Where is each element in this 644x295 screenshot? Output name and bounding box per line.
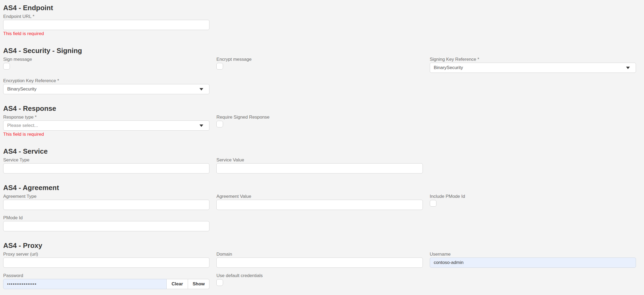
include-pmode-id-field: Include PMode Id — [430, 194, 636, 210]
endpoint-row: Endpoint URL * This field is required — [3, 14, 636, 36]
section-proxy-title: AS4 - Proxy — [3, 241, 636, 249]
section-endpoint-title: AS4 - Endpoint — [3, 4, 636, 12]
agreement-row-2: PMode Id — [3, 215, 636, 231]
service-type-label: Service Type — [3, 157, 209, 163]
response-type-error: This field is required — [3, 132, 209, 137]
chevron-down-icon — [200, 88, 203, 90]
proxy-server-field: Proxy server (url) — [3, 252, 209, 268]
password-input[interactable] — [3, 279, 167, 289]
username-input[interactable] — [430, 258, 636, 268]
domain-label: Domain — [216, 252, 423, 257]
agreement-row-1: Agreement Type Agreement Value Include P… — [3, 194, 636, 210]
password-label: Password — [3, 273, 209, 278]
agreement-type-field: Agreement Type — [3, 194, 209, 210]
chevron-down-icon — [626, 67, 630, 69]
use-default-credentials-label: Use default credentials — [216, 273, 423, 278]
section-service-title: AS4 - Service — [3, 147, 636, 155]
response-type-value: Please select... — [7, 123, 38, 128]
proxy-server-input[interactable] — [3, 258, 209, 268]
password-group: Clear Show — [3, 279, 209, 289]
section-response: AS4 - Response Response type * Please se… — [3, 104, 636, 137]
domain-field: Domain — [216, 252, 423, 268]
endpoint-url-input[interactable] — [3, 20, 209, 30]
proxy-row-2: Password Clear Show Use default credenti… — [3, 273, 636, 289]
section-response-title: AS4 - Response — [3, 104, 636, 112]
include-pmode-id-checkbox[interactable] — [430, 200, 436, 207]
security-signing-row-1: Sign message Encrypt message Signing Key… — [3, 57, 636, 73]
domain-input[interactable] — [216, 258, 423, 268]
require-signed-response-checkbox[interactable] — [216, 121, 223, 127]
as4-settings-form: AS4 - Endpoint Endpoint URL * This field… — [3, 4, 636, 289]
encrypt-message-label: Encrypt message — [216, 57, 423, 62]
sign-message-checkbox[interactable] — [3, 63, 10, 70]
require-signed-response-label: Require Signed Response — [216, 115, 423, 120]
endpoint-url-label: Endpoint URL * — [3, 14, 209, 19]
response-row: Response type * Please select... This fi… — [3, 115, 636, 137]
section-service: AS4 - Service Service Type Service Value — [3, 147, 636, 173]
response-type-field: Response type * Please select... This fi… — [3, 115, 209, 137]
agreement-value-label: Agreement Value — [216, 194, 423, 199]
agreement-type-input[interactable] — [3, 200, 209, 210]
endpoint-url-error: This field is required — [3, 31, 209, 36]
include-pmode-id-label: Include PMode Id — [430, 194, 636, 199]
section-agreement: AS4 - Agreement Agreement Type Agreement… — [3, 184, 636, 231]
proxy-server-label: Proxy server (url) — [3, 252, 209, 257]
section-endpoint: AS4 - Endpoint Endpoint URL * This field… — [3, 4, 636, 36]
section-security-signing: AS4 - Security - Signing Sign message En… — [3, 47, 636, 94]
service-row: Service Type Service Value — [3, 157, 636, 173]
encryption-key-reference-select[interactable]: BinarySecurity — [3, 84, 209, 94]
section-proxy: AS4 - Proxy Proxy server (url) Domain Us… — [3, 241, 636, 289]
pmode-id-field: PMode Id — [3, 215, 209, 231]
service-type-field: Service Type — [3, 157, 209, 173]
sign-message-label: Sign message — [3, 57, 209, 62]
use-default-credentials-field: Use default credentials — [216, 273, 423, 289]
encrypt-message-field: Encrypt message — [216, 57, 423, 73]
chevron-down-icon — [200, 124, 203, 127]
agreement-value-field: Agreement Value — [216, 194, 423, 210]
signing-key-reference-field: Signing Key Reference * BinarySecurity — [430, 57, 636, 73]
password-field: Password Clear Show — [3, 273, 209, 289]
security-signing-row-2: Encryption Key Reference * BinarySecurit… — [3, 78, 636, 94]
service-type-input[interactable] — [3, 163, 209, 173]
password-show-button[interactable]: Show — [188, 279, 209, 289]
signing-key-reference-select[interactable]: BinarySecurity — [430, 63, 636, 73]
agreement-type-label: Agreement Type — [3, 194, 209, 199]
encrypt-message-checkbox[interactable] — [216, 63, 223, 70]
response-type-label: Response type * — [3, 115, 209, 120]
encryption-key-reference-value: BinarySecurity — [7, 86, 37, 92]
encryption-key-reference-label: Encryption Key Reference * — [3, 78, 209, 84]
username-field: Username — [430, 252, 636, 268]
username-label: Username — [430, 252, 636, 257]
pmode-id-label: PMode Id — [3, 215, 209, 221]
proxy-row-1: Proxy server (url) Domain Username — [3, 252, 636, 268]
service-value-field: Service Value — [216, 157, 423, 173]
use-default-credentials-checkbox[interactable] — [216, 279, 223, 286]
encryption-key-reference-field: Encryption Key Reference * BinarySecurit… — [3, 78, 209, 94]
pmode-id-input[interactable] — [3, 221, 209, 231]
agreement-value-input[interactable] — [216, 200, 423, 210]
password-clear-button[interactable]: Clear — [167, 279, 188, 289]
signing-key-reference-value: BinarySecurity — [434, 65, 463, 70]
signing-key-reference-label: Signing Key Reference * — [430, 57, 636, 62]
endpoint-url-field: Endpoint URL * This field is required — [3, 14, 209, 36]
section-agreement-title: AS4 - Agreement — [3, 184, 636, 192]
service-value-input[interactable] — [216, 163, 423, 173]
sign-message-field: Sign message — [3, 57, 209, 73]
section-security-signing-title: AS4 - Security - Signing — [3, 47, 636, 55]
response-type-select[interactable]: Please select... — [3, 120, 209, 131]
require-signed-response-field: Require Signed Response — [216, 115, 423, 137]
service-value-label: Service Value — [216, 157, 423, 163]
